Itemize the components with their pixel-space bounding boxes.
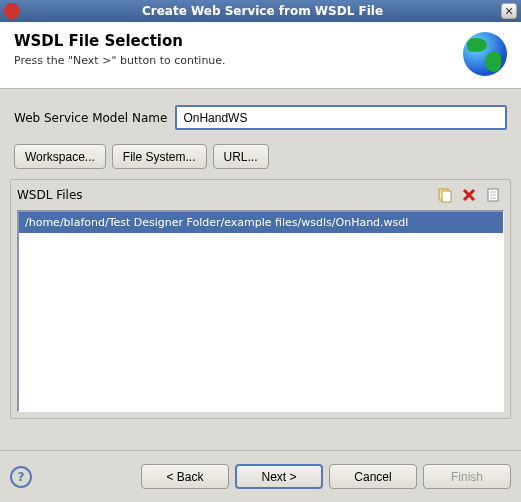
globe-icon: [463, 32, 507, 76]
filesystem-button[interactable]: File System...: [112, 144, 207, 169]
next-button[interactable]: Next >: [235, 464, 323, 489]
list-item[interactable]: /home/blafond/Test Designer Folder/examp…: [19, 212, 503, 233]
svg-rect-1: [442, 191, 451, 202]
back-button[interactable]: < Back: [141, 464, 229, 489]
workspace-button[interactable]: Workspace...: [14, 144, 106, 169]
copy-icon[interactable]: [436, 186, 454, 204]
app-icon: [4, 3, 20, 19]
finish-button: Finish: [423, 464, 511, 489]
cancel-button[interactable]: Cancel: [329, 464, 417, 489]
page-title: WSDL File Selection: [14, 32, 463, 50]
close-icon[interactable]: ✕: [501, 3, 517, 19]
new-file-icon[interactable]: [484, 186, 502, 204]
titlebar: Create Web Service from WSDL File ✕: [0, 0, 521, 22]
model-name-input[interactable]: [175, 105, 507, 130]
wsdl-files-list[interactable]: /home/blafond/Test Designer Folder/examp…: [17, 210, 504, 412]
model-name-row: Web Service Model Name: [0, 89, 521, 138]
url-button[interactable]: URL...: [213, 144, 269, 169]
wsdl-files-group: WSDL Files /home/blafond/Test Designer F…: [10, 179, 511, 419]
group-label: WSDL Files: [17, 188, 430, 202]
wizard-header: WSDL File Selection Press the "Next >" b…: [0, 22, 521, 89]
delete-icon[interactable]: [460, 186, 478, 204]
source-buttons: Workspace... File System... URL...: [0, 138, 521, 179]
model-name-label: Web Service Model Name: [14, 111, 167, 125]
window-title: Create Web Service from WSDL File: [24, 4, 501, 18]
wizard-footer: ? < Back Next > Cancel Finish: [0, 450, 521, 502]
help-icon[interactable]: ?: [10, 466, 32, 488]
page-subtitle: Press the "Next >" button to continue.: [14, 54, 463, 67]
